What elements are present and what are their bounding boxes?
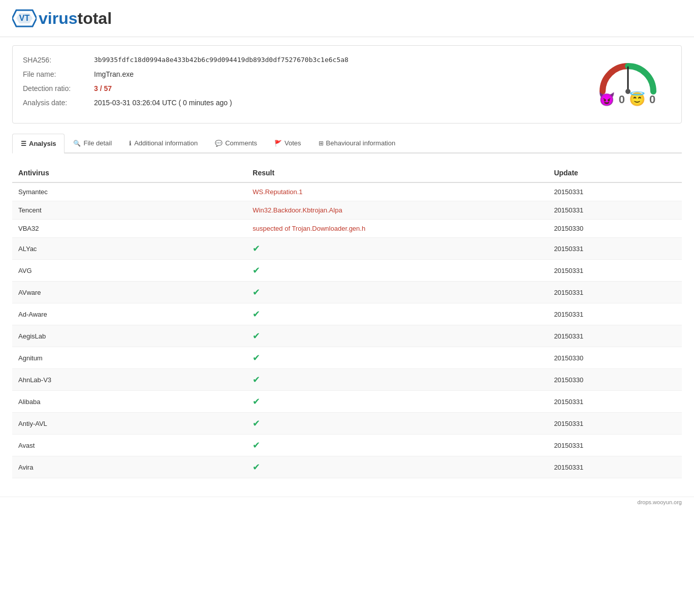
cell-antivirus: ALYac [12,238,246,260]
tab-votes-label: Votes [285,139,301,147]
cell-update: 20150331 [548,201,682,220]
logo-total: total [77,9,112,27]
cell-result: ✔ [246,456,548,478]
table-row: AVG✔20150331 [12,260,682,282]
table-row: Antiy-AVL✔20150331 [12,413,682,435]
cell-antivirus: Avast [12,435,246,456]
date-value: 2015-03-31 03:26:04 UTC ( 0 minutes ago … [94,99,232,107]
tab-comments[interactable]: 💬 Comments [206,134,266,152]
cell-antivirus: Symantec [12,182,246,201]
cell-result: Win32.Backdoor.Kbtrojan.Alpa [246,201,548,220]
table-row: Ad-Aware✔20150331 [12,303,682,325]
votes-tab-icon: 🚩 [274,140,282,147]
cell-antivirus: AegisLab [12,325,246,347]
cell-antivirus: Antiy-AVL [12,413,246,435]
tab-analysis-label: Analysis [29,140,56,147]
tab-additional-info-label: Additional information [134,139,198,147]
cell-result: ✔ [246,413,548,435]
main-content: SHA256: 3b9935fdfc18d0994a8e433b42b6c99d… [0,37,694,486]
cell-antivirus: Ad-Aware [12,303,246,325]
tab-file-detail-label: File detail [83,139,112,147]
table-row: TencentWin32.Backdoor.Kbtrojan.Alpa20150… [12,201,682,220]
gauge-container: 😈 0 😇 0 [595,56,661,107]
sha256-label: SHA256: [23,56,94,64]
file-detail-tab-icon: 🔍 [73,140,81,147]
sha256-value: 3b9935fdfc18d0994a8e433b42b6c99d094419db… [94,56,349,64]
detection-row: Detection ratio: 3 / 57 [23,84,671,93]
gauge-svg [595,56,661,97]
cell-result: suspected of Trojan.Downloader.gen.h [246,220,548,238]
header: VT virustotal [0,0,694,37]
cell-update: 20150331 [548,435,682,456]
file-info-card: SHA256: 3b9935fdfc18d0994a8e433b42b6c99d… [12,45,682,124]
cell-result: ✔ [246,435,548,456]
cell-result: WS.Reputation.1 [246,182,548,201]
cell-update: 20150331 [548,303,682,325]
table-row: AVware✔20150331 [12,282,682,303]
devil-count: 0 [619,93,625,106]
cell-update: 20150331 [548,413,682,435]
logo-virus: virus [39,9,77,27]
av-results-table: Antivirus Result Update SymantecWS.Reput… [12,164,682,478]
tabs-bar: ☰ Analysis 🔍 File detail ℹ Additional in… [12,134,682,153]
tab-file-detail[interactable]: 🔍 File detail [65,134,120,152]
tab-additional-info[interactable]: ℹ Additional information [120,134,206,152]
detection-label: Detection ratio: [23,84,94,93]
table-row: VBA32suspected of Trojan.Downloader.gen.… [12,220,682,238]
cell-antivirus: Avira [12,456,246,478]
tab-behavioural[interactable]: ⊞ Behavioural information [310,134,404,152]
cell-result: ✔ [246,391,548,413]
table-row: Avast✔20150331 [12,435,682,456]
date-label: Analysis date: [23,99,94,107]
tab-comments-label: Comments [225,139,257,147]
angel-icon: 😇 [629,91,645,107]
additional-info-tab-icon: ℹ [129,140,132,147]
footer: drops.wooyun.org [0,497,694,507]
logo: VT virustotal [12,8,682,28]
col-header-update: Update [548,164,682,182]
cell-update: 20150331 [548,282,682,303]
cell-antivirus: Agnitum [12,347,246,369]
tab-analysis[interactable]: ☰ Analysis [12,134,65,153]
cell-result: ✔ [246,260,548,282]
table-row: Avira✔20150331 [12,456,682,478]
table-row: ALYac✔20150331 [12,238,682,260]
detection-value: 3 / 57 [94,84,112,93]
table-row: Agnitum✔20150330 [12,347,682,369]
filename-label: File name: [23,70,94,78]
behavioural-tab-icon: ⊞ [319,140,324,147]
cell-update: 20150330 [548,369,682,391]
virustotal-logo-icon: VT [12,8,37,28]
cell-update: 20150331 [548,391,682,413]
cell-antivirus: AVG [12,260,246,282]
analysis-tab-icon: ☰ [21,140,26,147]
gauge-icons: 😈 0 😇 0 [598,91,658,107]
date-row: Analysis date: 2015-03-31 03:26:04 UTC (… [23,99,671,107]
tab-votes[interactable]: 🚩 Votes [266,134,310,152]
table-row: SymantecWS.Reputation.120150331 [12,182,682,201]
cell-update: 20150330 [548,220,682,238]
logo-text: virustotal [39,9,112,28]
cell-update: 20150330 [548,347,682,369]
filename-row: File name: ImgTran.exe [23,70,671,78]
cell-update: 20150331 [548,456,682,478]
devil-icon: 😈 [598,91,615,107]
table-row: Alibaba✔20150331 [12,391,682,413]
cell-antivirus: Alibaba [12,391,246,413]
comments-tab-icon: 💬 [215,140,223,147]
cell-antivirus: Tencent [12,201,246,220]
svg-text:VT: VT [19,14,30,22]
cell-antivirus: VBA32 [12,220,246,238]
cell-update: 20150331 [548,260,682,282]
cell-antivirus: AhnLab-V3 [12,369,246,391]
cell-update: 20150331 [548,238,682,260]
col-header-result: Result [246,164,548,182]
footer-text: drops.wooyun.org [638,499,682,505]
cell-result: ✔ [246,282,548,303]
cell-result: ✔ [246,347,548,369]
cell-update: 20150331 [548,182,682,201]
cell-result: ✔ [246,238,548,260]
cell-antivirus: AVware [12,282,246,303]
angel-count: 0 [649,93,655,106]
table-row: AegisLab✔20150331 [12,325,682,347]
